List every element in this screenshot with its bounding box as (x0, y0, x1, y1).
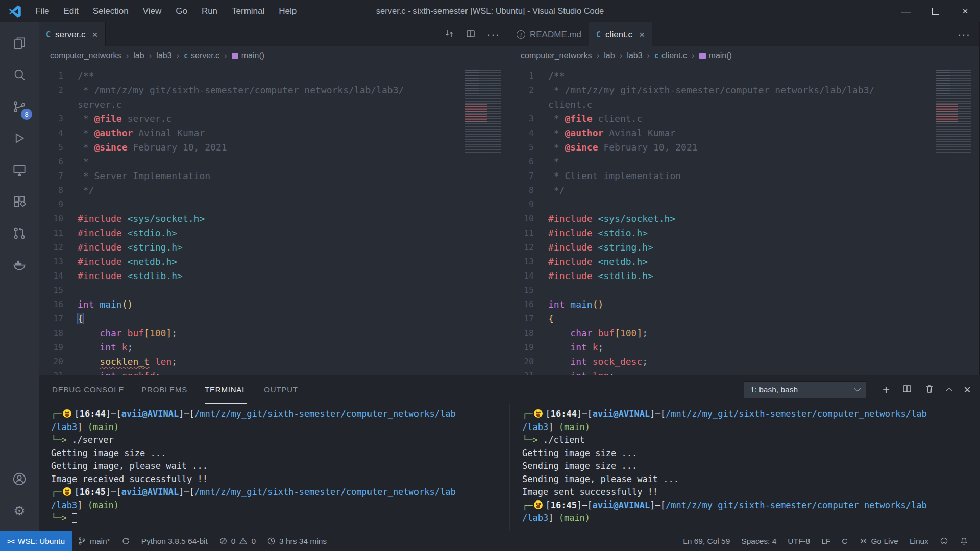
tab-label: client.c (605, 30, 632, 40)
run-debug-icon[interactable] (0, 122, 39, 154)
python-interpreter[interactable]: Python 3.8.5 64-bit (136, 531, 213, 551)
menu-terminal[interactable]: Terminal (225, 0, 272, 22)
sync-button[interactable] (116, 531, 136, 551)
smiley-emoji (63, 487, 71, 496)
panel-tab-output[interactable]: OUTPUT (264, 375, 298, 404)
close-button[interactable]: × (950, 0, 980, 22)
breadcrumb-label: client.c (662, 51, 687, 60)
cursor-position[interactable]: Ln 69, Col 59 (677, 531, 736, 551)
breadcrumb-item[interactable]: Cserver.c (184, 51, 219, 60)
code-line: 5 * @since February 10, 2021 (509, 140, 979, 155)
breadcrumb-separator: › (126, 51, 129, 61)
terminal-line: Image sent successfully !! (522, 486, 975, 499)
line-number: 3 (39, 112, 78, 126)
code-editor-client[interactable]: 1/**2 * /mnt/z/my_git/sixth-semester/com… (509, 65, 979, 375)
source-control-icon[interactable]: 8 (0, 91, 39, 122)
remote-explorer-icon[interactable] (0, 154, 39, 186)
terminal-pane-server[interactable]: ┌─[16:44]─[avii@AVINAL]─[/mnt/z/my_git/s… (39, 404, 509, 531)
close-panel-icon[interactable]: × (964, 384, 971, 396)
breadcrumb-item[interactable]: lab (604, 51, 615, 60)
code-line: 9 (509, 197, 979, 212)
search-icon[interactable] (0, 59, 39, 91)
branch-icon (78, 537, 86, 545)
maximize-panel-icon[interactable] (946, 388, 952, 394)
minimap[interactable] (936, 70, 971, 154)
new-terminal-icon[interactable]: + (883, 384, 890, 396)
extensions-icon[interactable] (0, 186, 39, 217)
line-number: 8 (509, 183, 548, 197)
problems-indicator[interactable]: 0 0 (213, 531, 261, 551)
feedback-button[interactable] (934, 531, 954, 551)
window-controls: — × (891, 0, 980, 22)
split-terminal-icon[interactable] (902, 384, 912, 396)
warnings-count: 0 (251, 537, 256, 546)
breadcrumb-item[interactable]: computer_networks (50, 51, 121, 60)
code-line: 12#include <string.h> (509, 240, 979, 255)
breadcrumb-item[interactable]: computer_networks (521, 51, 592, 60)
breadcrumb-item[interactable]: main() (699, 51, 732, 60)
code-line: 15 (39, 283, 509, 297)
breadcrumb-item[interactable]: lab3 (156, 51, 172, 60)
go-live-button[interactable]: Go Live (853, 531, 904, 551)
maximize-button[interactable] (921, 0, 950, 22)
menu-go[interactable]: Go (168, 0, 194, 22)
explorer-icon[interactable] (0, 28, 39, 59)
menu-edit[interactable]: Edit (56, 0, 85, 22)
panel-tab-debug-console[interactable]: DEBUG CONSOLE (52, 375, 124, 404)
menu-help[interactable]: Help (272, 0, 304, 22)
code-line: 2 * /mnt/z/my_git/sixth-semester/compute… (39, 83, 509, 97)
eol-sequence[interactable]: LF (816, 531, 836, 551)
minimap[interactable] (465, 70, 501, 154)
os-indicator[interactable]: Linux (904, 531, 934, 551)
line-number: 5 (509, 140, 548, 155)
git-branch-indicator[interactable]: main* (72, 531, 116, 551)
menu-file[interactable]: File (28, 0, 56, 22)
line-number: 9 (39, 197, 78, 212)
menu-view[interactable]: View (136, 0, 169, 22)
panel-tab-problems[interactable]: PROBLEMS (141, 375, 187, 404)
terminal-shell-selector[interactable]: 1: bash, bash (744, 381, 866, 398)
menu-run[interactable]: Run (194, 0, 225, 22)
breadcrumb-left: computer_networks›lab›lab3›Cserver.c›mai… (39, 46, 509, 65)
code-editor-server[interactable]: 1/**2 * /mnt/z/my_git/sixth-semester/com… (39, 65, 509, 375)
tab-server-c[interactable]: Cserver.c× (39, 22, 106, 46)
settings-gear-icon[interactable]: ⚙ (0, 495, 39, 527)
panel-tab-terminal[interactable]: TERMINAL (205, 375, 247, 404)
line-number: 19 (39, 340, 78, 355)
breadcrumb-item[interactable]: lab (133, 51, 144, 60)
minimize-button[interactable]: — (891, 0, 921, 22)
code-line: 8 */ (509, 183, 979, 197)
code-line: 4 * @author Avinal Kumar (509, 126, 979, 140)
tab-client-c[interactable]: Cclient.c× (589, 22, 652, 46)
breadcrumb-label: computer_networks (50, 51, 121, 60)
sync-icon (121, 537, 130, 545)
menu-bar: FileEditSelectionViewGoRunTerminalHelp (28, 0, 304, 22)
open-changes-icon[interactable] (444, 29, 454, 41)
terminal-pane-client[interactable]: ┌─[16:44]─[avii@AVINAL]─[/mnt/z/my_git/s… (509, 404, 980, 531)
notifications-bell[interactable] (954, 531, 974, 551)
breadcrumb-item[interactable]: Cclient.c (654, 51, 687, 60)
encoding[interactable]: UTF-8 (782, 531, 816, 551)
remote-indicator[interactable]: >< WSL: Ubuntu (0, 531, 72, 551)
code-line: 4 * @author Avinal Kumar (39, 126, 509, 140)
line-number: 14 (39, 269, 78, 283)
github-pull-request-icon[interactable] (0, 217, 39, 249)
breadcrumb-item[interactable]: lab3 (627, 51, 642, 60)
breadcrumb-label: lab3 (627, 51, 642, 60)
docker-icon[interactable] (0, 249, 39, 281)
breadcrumb-separator: › (224, 51, 227, 61)
close-tab-icon[interactable]: × (639, 30, 645, 39)
language-mode[interactable]: C (836, 531, 853, 551)
close-tab-icon[interactable]: × (92, 30, 98, 39)
tab-readme-md[interactable]: iREADME.md (509, 22, 589, 46)
time-tracker[interactable]: 3 hrs 34 mins (261, 531, 332, 551)
kill-terminal-icon[interactable] (924, 384, 935, 396)
split-editor-icon[interactable] (465, 29, 476, 41)
menu-selection[interactable]: Selection (86, 0, 136, 22)
code-line: 18 char buf[100]; (509, 326, 979, 340)
maximize-icon (932, 8, 939, 15)
breadcrumb-item[interactable]: main() (232, 51, 264, 60)
indentation[interactable]: Spaces: 4 (736, 531, 782, 551)
accounts-icon[interactable] (0, 463, 39, 495)
line-number: 6 (39, 155, 78, 169)
